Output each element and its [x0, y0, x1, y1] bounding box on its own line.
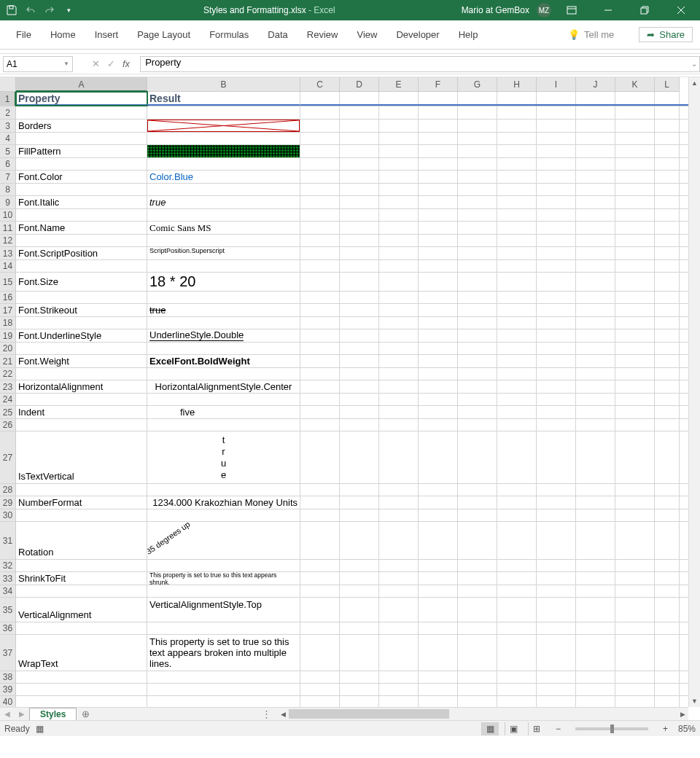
cell[interactable] [379, 406, 419, 418]
cell[interactable] [537, 355, 576, 367]
cell[interactable]: This property is set to true so this tex… [147, 635, 300, 671]
cell[interactable] [419, 222, 458, 234]
cell[interactable] [300, 572, 340, 585]
sheet-tab-styles[interactable]: Styles [29, 708, 77, 721]
cell[interactable] [576, 247, 615, 259]
enter-icon[interactable]: ✓ [107, 58, 115, 69]
cell[interactable] [419, 171, 458, 183]
cell[interactable] [655, 106, 680, 119]
cell[interactable]: FillPattern [16, 145, 147, 157]
cell[interactable] [300, 585, 340, 597]
cell[interactable] [458, 273, 497, 291]
cell[interactable] [537, 196, 576, 208]
cell[interactable] [615, 522, 655, 559]
cell[interactable] [419, 585, 458, 597]
cell[interactable] [379, 496, 419, 509]
cell[interactable] [576, 196, 615, 208]
cell[interactable] [537, 235, 576, 246]
cell[interactable] [615, 431, 655, 483]
cell[interactable] [537, 304, 576, 316]
cell[interactable] [537, 133, 576, 144]
cell[interactable] [419, 484, 458, 496]
cell[interactable]: true [147, 196, 300, 208]
cell[interactable] [300, 394, 340, 405]
cell[interactable] [497, 355, 537, 367]
cell[interactable] [655, 368, 680, 380]
col-header-k[interactable]: K [615, 77, 655, 92]
cell[interactable] [147, 622, 300, 634]
cell[interactable] [615, 209, 655, 221]
cell[interactable] [340, 419, 379, 431]
row-header[interactable]: 1 [0, 92, 16, 106]
cell[interactable] [147, 671, 300, 683]
cell[interactable] [340, 222, 379, 234]
cell[interactable] [16, 317, 147, 329]
cell[interactable] [615, 671, 655, 683]
cell[interactable] [458, 133, 497, 144]
cell[interactable] [497, 684, 537, 695]
cell[interactable] [16, 235, 147, 246]
col-header-l[interactable]: L [655, 77, 680, 92]
formula-input[interactable]: Property [140, 56, 688, 72]
cell[interactable] [537, 158, 576, 170]
cell[interactable] [379, 635, 419, 671]
cell[interactable] [300, 635, 340, 671]
row-header[interactable]: 38 [0, 671, 16, 684]
cell[interactable] [458, 394, 497, 405]
cell[interactable] [576, 355, 615, 367]
cell[interactable]: HorizontalAlignmentStyle.Center [147, 380, 300, 393]
cell[interactable] [379, 222, 419, 234]
cell[interactable] [458, 317, 497, 329]
cell[interactable] [458, 304, 497, 316]
cell[interactable] [615, 380, 655, 393]
cell[interactable] [419, 496, 458, 509]
cell[interactable] [615, 509, 655, 521]
cell[interactable] [615, 260, 655, 272]
cell[interactable] [615, 235, 655, 246]
cell[interactable] [300, 184, 340, 195]
col-header-h[interactable]: H [497, 77, 537, 92]
cell[interactable] [497, 380, 537, 393]
cell[interactable] [655, 304, 680, 316]
cell[interactable] [537, 394, 576, 405]
row-header[interactable]: 10 [0, 209, 16, 222]
cell[interactable] [147, 419, 300, 431]
cell[interactable] [655, 484, 680, 496]
cell[interactable] [379, 622, 419, 634]
cell[interactable] [379, 317, 419, 329]
cell[interactable] [458, 247, 497, 259]
cell[interactable] [497, 158, 537, 170]
cell[interactable]: Font.UnderlineStyle [16, 329, 147, 342]
cell[interactable] [615, 317, 655, 329]
scroll-right-icon[interactable]: ▶ [677, 708, 688, 720]
cell[interactable] [340, 696, 379, 708]
row-header[interactable]: 33 [0, 572, 16, 585]
col-header-f[interactable]: F [419, 77, 458, 92]
cell[interactable] [497, 247, 537, 259]
cell[interactable] [497, 145, 537, 157]
cell[interactable] [497, 120, 537, 132]
cell[interactable] [379, 260, 419, 272]
row-header[interactable]: 23 [0, 380, 16, 394]
cell[interactable] [458, 622, 497, 634]
cell[interactable]: ExcelFont.BoldWeight [147, 355, 300, 367]
cell[interactable] [615, 171, 655, 183]
cell[interactable] [655, 222, 680, 234]
cell[interactable] [147, 158, 300, 170]
cell[interactable] [16, 343, 147, 354]
cell[interactable] [655, 671, 680, 683]
cell[interactable]: 18 * 20 [147, 273, 300, 291]
cell[interactable] [537, 273, 576, 291]
cell[interactable] [340, 368, 379, 380]
cell[interactable] [497, 696, 537, 708]
cell[interactable] [576, 522, 615, 559]
cell[interactable] [16, 419, 147, 431]
cell[interactable] [537, 598, 576, 622]
cell[interactable] [379, 368, 419, 380]
cell[interactable]: Comic Sans MS [147, 222, 300, 234]
row-header[interactable]: 20 [0, 343, 16, 355]
cell[interactable] [340, 598, 379, 622]
cell[interactable] [379, 184, 419, 195]
cell[interactable] [300, 145, 340, 157]
col-header-e[interactable]: E [379, 77, 419, 92]
